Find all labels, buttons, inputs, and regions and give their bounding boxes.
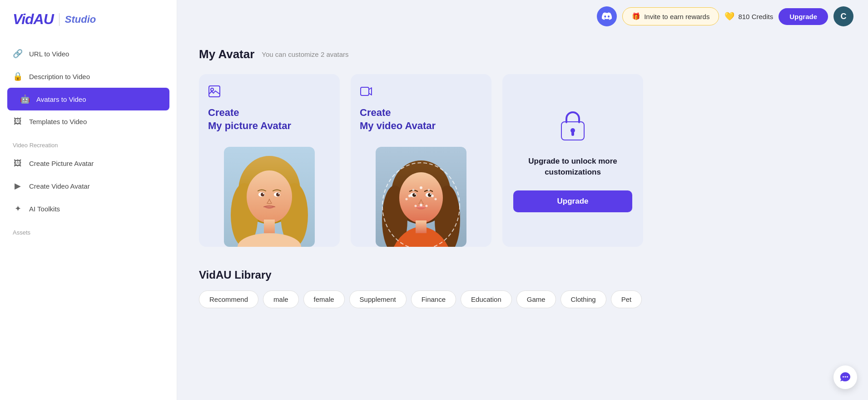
picture-card-icon xyxy=(208,85,331,101)
chat-bubble-button[interactable] xyxy=(833,365,857,389)
nav-label: AI Toolkits xyxy=(29,205,60,213)
credits-value: 810 Credits xyxy=(738,13,773,20)
sidebar-item-templates-to-video[interactable]: 🖼 Templates to Video xyxy=(0,110,177,133)
brand-logo: VidAU xyxy=(13,11,54,28)
nav-label: Create Video Avatar xyxy=(29,182,90,190)
filter-finance[interactable]: Finance xyxy=(411,290,456,308)
sidebar-item-avatars-to-video[interactable]: 🤖 Avatars to Video xyxy=(7,88,169,110)
svg-point-34 xyxy=(406,198,408,200)
upgrade-card-button[interactable]: Upgrade xyxy=(513,190,632,212)
svg-point-44 xyxy=(845,376,846,378)
library-title: VidAU Library xyxy=(199,269,846,281)
invite-icon: 🎁 xyxy=(632,12,640,20)
svg-rect-27 xyxy=(416,220,427,233)
link-icon: 🔗 xyxy=(13,49,23,59)
picture-icon: 🖼 xyxy=(13,159,23,168)
svg-point-32 xyxy=(412,189,415,191)
avatar-cards-row: Create My picture Avatar xyxy=(199,74,846,247)
invite-button[interactable]: 🎁 Invite to earn rewards xyxy=(622,7,719,25)
sidebar-item-create-video-avatar[interactable]: ▶ Create Video Avatar xyxy=(0,175,177,197)
filter-supplement[interactable]: Supplement xyxy=(349,290,407,308)
lock-large-icon xyxy=(559,109,586,147)
section-assets: Assets xyxy=(0,220,177,240)
logo-divider xyxy=(59,13,60,26)
picture-avatar-card[interactable]: Create My picture Avatar xyxy=(199,74,340,247)
library-filters: Recommend male female Supplement Finance… xyxy=(199,290,846,308)
svg-point-35 xyxy=(435,198,437,200)
library-section: VidAU Library Recommend male female Supp… xyxy=(199,269,846,308)
filter-male[interactable]: male xyxy=(263,290,299,308)
svg-point-43 xyxy=(843,376,844,378)
discord-button[interactable] xyxy=(597,6,617,26)
user-avatar-button[interactable]: C xyxy=(833,6,853,26)
svg-point-11 xyxy=(263,193,264,195)
svg-point-31 xyxy=(420,204,422,206)
svg-rect-15 xyxy=(361,87,369,95)
svg-rect-42 xyxy=(571,131,574,136)
filter-game[interactable]: Game xyxy=(516,290,556,308)
sidebar-item-description-to-video[interactable]: 🔒 Description to Video xyxy=(0,65,177,88)
svg-point-30 xyxy=(431,195,434,197)
video-card-icon xyxy=(360,85,482,101)
product-name: Studio xyxy=(65,14,96,25)
page-title-row: My Avatar You can customize 2 avatars xyxy=(199,47,846,61)
page-subtitle: You can customize 2 avatars xyxy=(262,50,348,58)
svg-rect-13 xyxy=(264,220,275,233)
svg-point-37 xyxy=(426,205,428,207)
upgrade-card[interactable]: Upgrade to unlock more customizations Up… xyxy=(502,74,643,247)
toolkit-icon: ✦ xyxy=(13,204,23,214)
filter-female[interactable]: female xyxy=(303,290,345,308)
video-icon: ▶ xyxy=(13,181,23,191)
nav-label: Description to Video xyxy=(29,73,90,80)
svg-point-45 xyxy=(847,376,848,378)
lock-icon: 🔒 xyxy=(13,71,23,81)
svg-point-25 xyxy=(415,194,416,195)
filter-pet[interactable]: Pet xyxy=(611,290,642,308)
sidebar-item-url-to-video[interactable]: 🔗 URL to Video xyxy=(0,42,177,65)
logo-area: VidAU Studio xyxy=(0,11,177,42)
video-avatar-image xyxy=(360,140,482,247)
video-recreation-nav: 🖼 Create Picture Avatar ▶ Create Video A… xyxy=(0,152,177,220)
nav-label: URL to Video xyxy=(29,50,69,58)
sidebar-item-create-picture-avatar[interactable]: 🖼 Create Picture Avatar xyxy=(0,152,177,175)
video-avatar-placeholder xyxy=(376,147,466,247)
svg-point-20 xyxy=(399,172,443,223)
nav-label: Create Picture Avatar xyxy=(29,160,94,167)
upgrade-header-button[interactable]: Upgrade xyxy=(779,8,828,25)
upgrade-card-text: Upgrade to unlock more customizations xyxy=(513,156,632,178)
svg-point-6 xyxy=(247,170,292,223)
filter-recommend[interactable]: Recommend xyxy=(199,290,258,308)
sidebar-item-ai-toolkits[interactable]: ✦ AI Toolkits xyxy=(0,197,177,220)
nav-label: Templates to Video xyxy=(29,118,87,125)
svg-point-36 xyxy=(415,205,417,207)
avatar-icon: 🤖 xyxy=(20,94,30,104)
main-area: 🎁 Invite to earn rewards 💛 810 Credits U… xyxy=(177,0,868,400)
sidebar: VidAU Studio 🔗 URL to Video 🔒 Descriptio… xyxy=(0,0,177,400)
filter-education[interactable]: Education xyxy=(461,290,512,308)
main-content: My Avatar You can customize 2 avatars Cr… xyxy=(177,33,868,400)
svg-point-1 xyxy=(211,88,213,91)
svg-point-26 xyxy=(430,194,432,195)
header: 🎁 Invite to earn rewards 💛 810 Credits U… xyxy=(177,0,868,33)
main-nav: 🔗 URL to Video 🔒 Description to Video 🤖 … xyxy=(0,42,177,133)
invite-label: Invite to earn rewards xyxy=(644,13,709,20)
picture-avatar-image xyxy=(208,140,331,247)
svg-point-12 xyxy=(278,193,280,195)
heart-icon: 💛 xyxy=(724,11,734,21)
svg-point-28 xyxy=(420,186,422,189)
page-title: My Avatar xyxy=(199,47,254,61)
credits-area: 💛 810 Credits xyxy=(724,11,773,21)
svg-point-33 xyxy=(428,189,430,191)
video-avatar-card[interactable]: Create My video Avatar xyxy=(351,74,491,247)
picture-card-title: Create My picture Avatar xyxy=(208,106,331,132)
svg-point-29 xyxy=(408,195,411,197)
nav-label: Avatars to Video xyxy=(36,95,86,103)
template-icon: 🖼 xyxy=(13,117,23,126)
filter-clothing[interactable]: Clothing xyxy=(560,290,606,308)
video-card-title: Create My video Avatar xyxy=(360,106,482,132)
picture-avatar-placeholder xyxy=(224,147,315,247)
section-video-recreation: Video Recreation xyxy=(0,133,177,152)
